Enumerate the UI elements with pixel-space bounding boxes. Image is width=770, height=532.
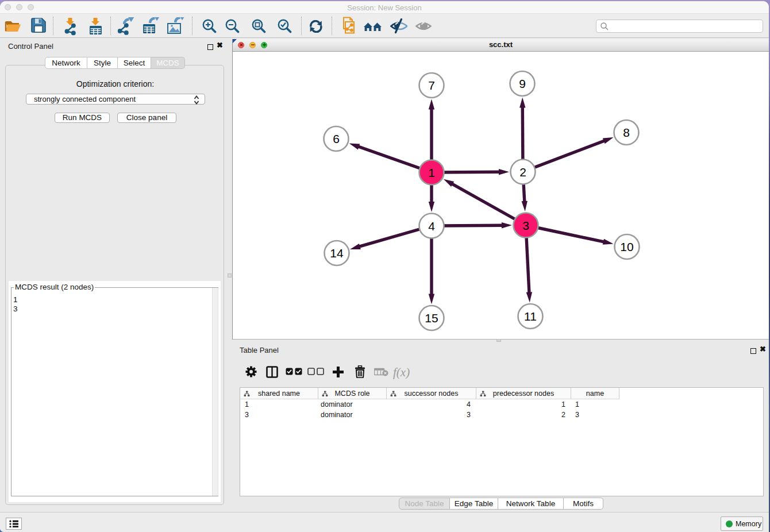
svg-text:9: 9: [519, 77, 526, 90]
svg-text:3: 3: [522, 219, 529, 232]
svg-text:6: 6: [333, 132, 340, 145]
svg-text:2: 2: [519, 165, 526, 179]
svg-text:14: 14: [330, 246, 344, 260]
svg-text:10: 10: [620, 240, 633, 253]
svg-text:4: 4: [428, 219, 435, 233]
svg-text:1: 1: [428, 166, 435, 179]
svg-text:11: 11: [524, 310, 537, 323]
svg-text:15: 15: [425, 311, 438, 325]
svg-text:7: 7: [428, 79, 435, 92]
svg-text:8: 8: [623, 126, 630, 139]
